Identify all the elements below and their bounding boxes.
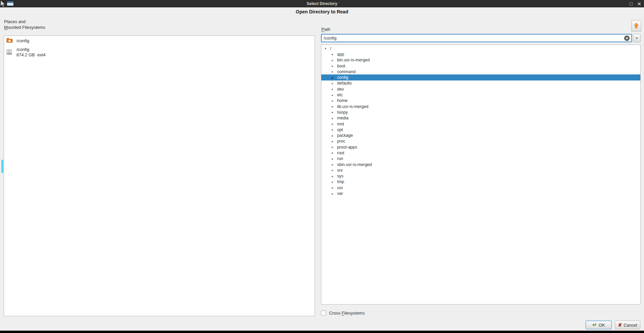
expander-right-icon[interactable]: ▸ [331,180,334,184]
cross-filesystems-checkbox[interactable] [321,311,326,316]
tree-row-label: lsiopy [337,110,348,115]
expander-right-icon[interactable]: ▸ [331,58,334,62]
expander-right-icon[interactable]: ▸ [331,128,334,131]
tree-row-package[interactable]: ▸package [321,132,640,138]
tree-row-label: usr [337,185,343,190]
tree-row-config[interactable]: ▸config [321,74,640,80]
expander-right-icon[interactable]: ▸ [331,122,334,126]
tree-row-root[interactable]: ▸root [321,150,640,156]
tree-row-label: package [337,133,353,138]
tree-row-label: opt [337,127,343,132]
expander-down-icon[interactable]: ▾ [324,47,327,50]
tree-row-label: root [337,151,344,155]
tree-row-label: run [337,156,343,161]
tree-row-srv[interactable]: ▸srv [321,167,640,173]
expander-right-icon[interactable]: ▸ [331,81,334,85]
tree-row-label: boot [337,64,345,68]
place-item-drive[interactable]: /config 874.2 GB ext4 [4,45,315,59]
chevron-down-icon: ▼ [635,37,638,40]
tree-row-label: app [337,52,344,57]
path-input[interactable] [322,35,624,42]
tree-row-label: / [330,46,331,51]
dialog-heading: Open Directory to Read [0,9,644,14]
titlebar: Select Directory ✕ [0,0,644,7]
cancel-x-icon: ✘ [618,322,622,328]
parent-directory-button[interactable] [631,20,641,32]
tree-row-lib.usr-is-merged[interactable]: ▸lib.usr-is-merged [321,104,640,109]
expander-right-icon[interactable]: ▸ [331,99,334,103]
places-label-line1: Places and [4,19,45,24]
tree-row-defaults[interactable]: ▸defaults [321,80,640,86]
expander-right-icon[interactable]: ▸ [331,168,334,172]
expander-right-icon[interactable]: ▸ [331,93,334,97]
tree-row-label: proot-apps [337,145,357,150]
expander-right-icon[interactable]: ▸ [331,186,334,189]
tree-row-dev[interactable]: ▸dev [321,86,640,92]
tree-row-label: bin.usr-is-merged [337,58,370,62]
expander-right-icon[interactable]: ▸ [331,70,334,73]
expander-right-icon[interactable]: ▸ [331,87,334,91]
tree-row-mnt[interactable]: ▸mnt [321,121,640,127]
window-controls: ✕ [630,0,641,7]
tree-row-media[interactable]: ▸media [321,115,640,121]
place-item-details: 874.2 GB ext4 [16,52,46,58]
tree-row-boot[interactable]: ▸boot [321,63,640,69]
path-dropdown-button[interactable]: ▼ [633,34,641,42]
tree-row-etc[interactable]: ▸etc [321,92,640,98]
ok-check-icon: ↵ [592,323,597,327]
tree-row-run[interactable]: ▸run [321,156,640,162]
close-button[interactable]: ✕ [637,1,641,6]
expander-right-icon[interactable]: ▸ [331,174,334,178]
tree-row-var[interactable]: ▸var [321,190,640,196]
expander-right-icon[interactable]: ▸ [331,52,334,56]
tree-row-sbin.usr-is-merged[interactable]: ▸sbin.usr-is-merged [321,162,640,167]
places-label: Places and Mounted Filesystems [4,19,45,30]
tree-row-label: media [337,116,348,120]
tree-row-sys[interactable]: ▸sys [321,173,640,179]
expander-right-icon[interactable]: ▸ [331,110,334,114]
tree-row-label: tmp [337,179,344,184]
maximize-button[interactable] [630,2,633,5]
place-item-name: /config [16,47,46,52]
expander-right-icon[interactable]: ▸ [331,163,334,166]
tree-row-proot-apps[interactable]: ▸proot-apps [321,144,640,150]
tree-row-label: mnt [337,122,344,126]
pane-resize-handle[interactable] [1,160,3,173]
ok-button[interactable]: ↵ OK [586,321,612,329]
path-entry: ✕ [321,34,632,42]
window-title: Select Directory [0,0,644,7]
expander-right-icon[interactable]: ▸ [331,64,334,68]
tree-row-lsiopy[interactable]: ▸lsiopy [321,109,640,115]
expander-right-icon[interactable]: ▸ [331,116,334,120]
cancel-button[interactable]: ✘ Cancel [615,321,640,329]
cross-filesystems-label: Cross Filesystems [329,311,365,316]
hard-drive-icon [6,49,13,56]
expander-right-icon[interactable]: ▸ [331,151,334,155]
tree-row-home[interactable]: ▸home [321,98,640,104]
expander-right-icon[interactable]: ▸ [331,76,334,79]
places-list: /config /config 874.2 GB ext4 [4,36,315,316]
bottom-screen-edge [0,331,644,333]
expander-right-icon[interactable]: ▸ [331,157,334,161]
tree-row-opt[interactable]: ▸opt [321,127,640,132]
clear-icon[interactable]: ✕ [624,36,630,41]
tree-row-root[interactable]: ▾ / [321,46,640,51]
tree-row-proc[interactable]: ▸proc [321,138,640,144]
expander-right-icon[interactable]: ▸ [331,140,334,143]
tree-row-app[interactable]: ▸app [321,51,640,57]
expander-right-icon[interactable]: ▸ [331,145,334,149]
tree-row-tmp[interactable]: ▸tmp [321,179,640,185]
tree-row-bin.usr-is-merged[interactable]: ▸bin.usr-is-merged [321,57,640,63]
tree-row-command[interactable]: ▸command [321,69,640,74]
place-item-home[interactable]: /config [4,36,315,45]
tree-row-label: etc [337,93,343,97]
tree-row-usr[interactable]: ▸usr [321,185,640,190]
cross-filesystems-row: Cross Filesystems [321,311,365,316]
expander-right-icon[interactable]: ▸ [331,105,334,108]
expander-right-icon[interactable]: ▸ [331,134,334,137]
tree-row-label: lib.usr-is-merged [337,104,368,109]
tree-row-label: var [337,191,343,196]
tree-row-label: dev [337,87,344,92]
expander-right-icon[interactable]: ▸ [331,192,334,196]
tree-row-label: config [337,75,348,80]
